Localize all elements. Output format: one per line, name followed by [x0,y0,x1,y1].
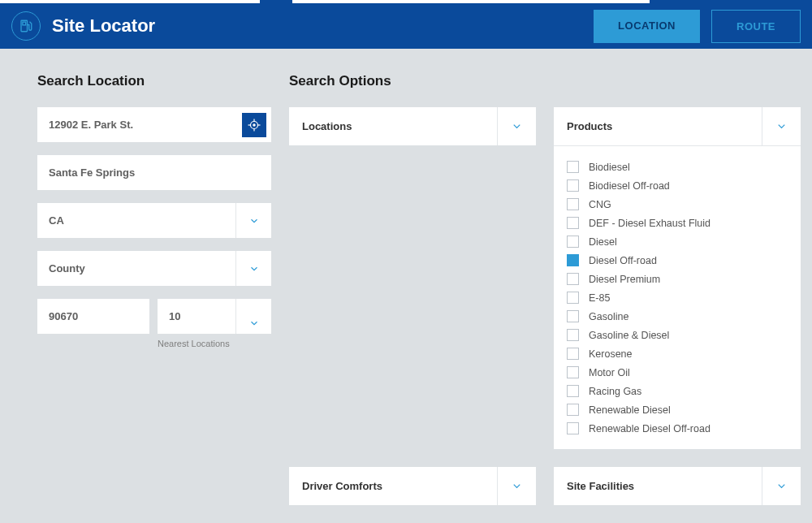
zip-field-wrap [37,299,149,334]
checkbox[interactable] [567,329,579,341]
products-caret[interactable] [762,107,801,145]
search-location-column: Search Location CA [37,73,271,505]
chevron-down-icon [511,480,523,492]
product-row[interactable]: Biodiesel [567,158,788,176]
checkbox[interactable] [567,348,579,360]
site-facilities-title: Site Facilities [554,467,762,505]
driver-comforts-header[interactable]: Driver Comforts [289,467,536,505]
locations-panel: Locations [289,107,536,449]
product-label: Motor Oil [589,367,630,378]
page-title: Site Locator [52,15,594,37]
product-label: Gasoline & Diesel [589,330,669,341]
header-tabs: LOCATION ROUTE [594,10,801,43]
product-row[interactable]: Gasoline & Diesel [567,326,788,344]
checkbox[interactable] [567,217,579,229]
site-facilities-header[interactable]: Site Facilities [554,467,801,505]
product-row[interactable]: Motor Oil [567,363,788,382]
state-value: CA [37,203,235,238]
address-input[interactable] [37,107,242,142]
search-options-column: Search Options Locations Products Bio [289,73,801,505]
options-row-top: Locations Products BiodieselBiodiesel Of… [289,107,801,449]
crosshair-icon [247,118,261,132]
svg-point-3 [253,123,255,125]
checkbox[interactable] [567,236,579,248]
driver-comforts-title: Driver Comforts [289,467,497,505]
products-list: BiodieselBiodiesel Off-roadCNGDEF - Dies… [554,145,801,449]
product-label: E-85 [589,292,610,304]
product-label: CNG [589,199,611,210]
nearest-caret[interactable] [235,299,271,334]
checkbox[interactable] [567,161,579,173]
product-label: Diesel Premium [589,274,660,285]
tab-route[interactable]: ROUTE [711,10,801,43]
chevron-down-icon [248,215,260,227]
product-label: Renewable Diesel [589,404,671,416]
chevron-down-icon [248,318,260,329]
product-row[interactable]: Renewable Diesel [567,400,788,419]
checkbox[interactable] [567,385,579,397]
product-row[interactable]: Biodiesel Off-road [567,176,788,195]
nearest-wrap: 10 Nearest Locations [158,299,271,348]
product-label: Gasoline [589,311,628,322]
chevron-down-icon [511,120,523,132]
locations-title: Locations [289,107,497,145]
checkbox[interactable] [567,198,579,210]
product-row[interactable]: Diesel [567,232,788,251]
product-row[interactable]: Renewable Diesel Off-road [567,419,788,438]
product-row[interactable]: Racing Gas [567,382,788,400]
product-label: Biodiesel [589,162,630,173]
product-label: Diesel Off-road [589,255,657,266]
state-caret[interactable] [235,203,271,238]
products-panel: Products BiodieselBiodiesel Off-roadCNGD… [554,107,801,449]
products-header[interactable]: Products [554,107,801,145]
checkbox[interactable] [567,254,579,266]
county-caret[interactable] [235,251,271,286]
nearest-value: 10 [158,299,235,334]
nearest-select[interactable]: 10 [158,299,271,334]
product-row[interactable]: Diesel Premium [567,270,788,288]
search-options-title: Search Options [289,73,801,89]
product-row[interactable]: Gasoline [567,307,788,326]
product-label: Biodiesel Off-road [589,180,670,192]
chevron-down-icon [775,120,788,132]
top-decoration [0,0,812,3]
state-select[interactable]: CA [37,203,271,238]
county-value: County [37,251,235,286]
site-facilities-caret[interactable] [762,467,801,505]
checkbox[interactable] [567,310,579,322]
checkbox[interactable] [567,179,579,192]
svg-rect-1 [23,22,26,25]
chevron-down-icon [248,263,260,274]
driver-comforts-caret[interactable] [497,467,536,505]
product-row[interactable]: E-85 [567,288,788,307]
locate-button[interactable] [242,113,266,137]
product-label: Diesel [589,236,617,248]
city-input[interactable] [37,155,271,190]
driver-comforts-panel: Driver Comforts [289,467,536,505]
product-row[interactable]: Kerosene [567,344,788,363]
product-row[interactable]: CNG [567,195,788,214]
product-label: Racing Gas [589,386,641,397]
checkbox[interactable] [567,273,579,285]
checkbox[interactable] [567,366,579,378]
locations-caret[interactable] [497,107,536,145]
product-label: Renewable Diesel Off-road [589,423,710,434]
options-row-bottom: Driver Comforts Site Facilities [289,467,801,505]
main-content: Search Location CA [0,49,812,517]
zip-row: 10 Nearest Locations [37,299,271,348]
checkbox[interactable] [567,292,579,304]
search-location-title: Search Location [37,73,271,89]
product-label: Kerosene [589,348,633,360]
tab-location[interactable]: LOCATION [594,10,700,43]
locations-header[interactable]: Locations [289,107,536,145]
nearest-label: Nearest Locations [158,339,271,348]
products-title: Products [554,107,762,145]
county-select[interactable]: County [37,251,271,286]
checkbox[interactable] [567,422,579,434]
chevron-down-icon [775,480,788,492]
product-row[interactable]: Diesel Off-road [567,251,788,270]
checkbox[interactable] [567,404,579,416]
city-field-wrap [37,155,271,190]
product-row[interactable]: DEF - Diesel Exhaust Fluid [567,214,788,232]
address-field-wrap [37,107,271,142]
